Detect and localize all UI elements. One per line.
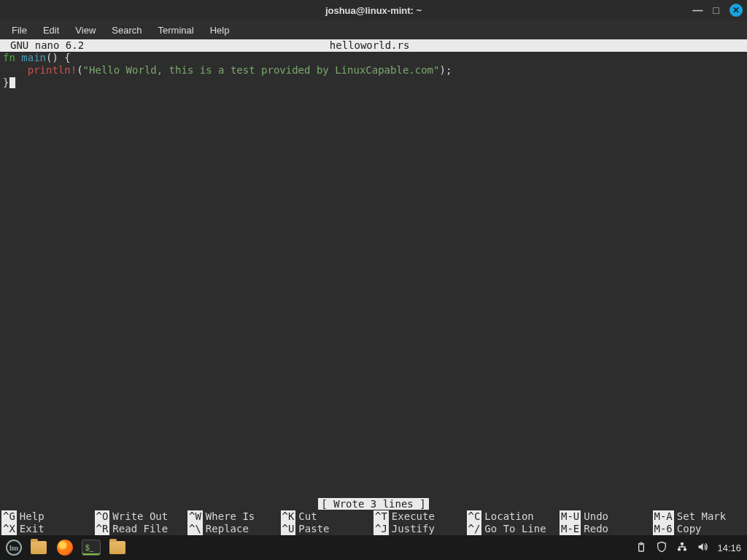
taskbar-firefox-icon[interactable] (55, 540, 74, 556)
nano-shortcut: ^KCut (281, 510, 374, 523)
nano-shortcut-label: Cut (298, 510, 317, 523)
nano-shortcut-key: M-E (560, 523, 581, 535)
nano-status-text: [ Wrote 3 lines ] (318, 498, 428, 510)
taskbar: lm $_ 14:16 (0, 535, 747, 560)
nano-shortcut-key: ^T (374, 510, 389, 523)
svg-rect-2 (684, 548, 686, 551)
menubar: File Edit View Search Terminal Help (0, 20, 747, 39)
nano-shortcut-label: Help (20, 510, 44, 523)
nano-shortcut-key: M-U (560, 510, 581, 523)
nano-shortcut-key: ^R (95, 523, 110, 535)
code-indent (3, 64, 28, 76)
nano-shortcut: M-UUndo (560, 510, 653, 523)
nano-shortcut-label: Go To Line (484, 523, 546, 535)
taskbar-terminal-icon[interactable]: $_ (82, 540, 101, 556)
nano-shortcut: ^RRead File (95, 523, 188, 535)
nano-shortcut-label: Write Out (112, 510, 168, 523)
nano-editor-body[interactable]: fn main() { println!("Hello World, this … (0, 52, 747, 498)
nano-shortcut: ^OWrite Out (95, 510, 188, 523)
nano-shortcut: M-6Copy (653, 523, 746, 535)
nano-shortcut: ^\Replace (187, 523, 281, 535)
window-maximize-button[interactable]: □ (713, 5, 719, 15)
nano-shortcut: M-ASet Mark (653, 510, 746, 523)
nano-shortcut-label: Paste (298, 523, 329, 535)
code-fn-name: main (21, 52, 46, 63)
nano-shortcut-key: ^W (187, 510, 203, 523)
nano-shortcut-label: Undo (584, 510, 608, 523)
code-paren-close: ); (439, 64, 452, 76)
menu-help[interactable]: Help (203, 23, 237, 38)
window-minimize-button[interactable]: — (693, 5, 703, 15)
menu-terminal[interactable]: Terminal (151, 23, 201, 38)
code-close-brace: } (3, 77, 9, 88)
code-string: "Hello World, this is a test provided by… (83, 64, 440, 76)
nano-shortcut-key: ^K (281, 510, 296, 523)
tray-clipboard-icon[interactable] (635, 541, 647, 555)
terminal[interactable]: GNU nano 6.2 helloworld.rs fn main() { p… (0, 39, 747, 535)
nano-shortcut: ^XExit (1, 523, 95, 535)
text-cursor (9, 77, 15, 88)
code-paren-open: ( (77, 64, 82, 76)
code-macro-call: println! (28, 64, 77, 76)
nano-shortcut-label: Exit (20, 523, 44, 535)
nano-shortcut-key: M-A (653, 510, 674, 523)
nano-shortcut-key: M-6 (653, 523, 674, 535)
svg-rect-1 (678, 548, 681, 551)
menu-view[interactable]: View (68, 23, 103, 38)
window-titlebar: joshua@linux-mint: ~ — □ ✕ (0, 0, 747, 20)
menu-file[interactable]: File (4, 23, 34, 38)
tray-volume-icon[interactable] (697, 541, 708, 555)
menu-edit[interactable]: Edit (36, 23, 66, 38)
taskbar-files-icon-2[interactable] (108, 540, 127, 556)
nano-shortcut-label: Copy (677, 523, 702, 535)
nano-shortcut-key: ^X (1, 523, 17, 535)
nano-shortcut-key: ^C (467, 510, 482, 523)
nano-shortcut-key: ^J (374, 523, 389, 535)
nano-shortcut-label: Replace (206, 523, 249, 535)
nano-shortcut-label: Read File (112, 523, 168, 535)
nano-shortcut-label: Set Mark (677, 510, 726, 523)
nano-shortcut: ^/Go To Line (467, 523, 560, 535)
nano-shortcut-key: ^\ (187, 523, 203, 535)
nano-shortcut-label: Redo (584, 523, 608, 535)
svg-rect-0 (681, 542, 684, 545)
menu-search[interactable]: Search (104, 23, 149, 38)
nano-app-version: GNU nano 6.2 (4, 39, 84, 52)
nano-shortcut-key: ^U (281, 523, 296, 535)
window-close-button[interactable]: ✕ (729, 4, 743, 17)
window-title: joshua@linux-mint: ~ (325, 5, 422, 16)
nano-shortcut-key: ^G (1, 510, 17, 523)
code-line1-rest: () { (46, 52, 71, 63)
nano-shortcut-label: Where Is (206, 510, 255, 523)
nano-shortcut: ^JJustify (374, 523, 467, 535)
taskbar-files-icon[interactable] (29, 540, 48, 556)
nano-shortcut-key: ^/ (467, 523, 482, 535)
nano-shortcut: M-ERedo (560, 523, 653, 535)
nano-shortcut-label: Justify (392, 523, 435, 535)
nano-shortcut: ^CLocation (467, 510, 560, 523)
nano-shortcut: ^UPaste (281, 523, 374, 535)
nano-shortcut-label: Location (484, 510, 533, 523)
tray-network-icon[interactable] (676, 541, 688, 555)
nano-filename: helloworld.rs (84, 39, 655, 52)
code-keyword-fn: fn (3, 52, 15, 63)
nano-shortcut-label: Execute (392, 510, 435, 523)
nano-shortcut: ^WWhere Is (187, 510, 281, 523)
mint-menu-button[interactable]: lm (6, 540, 22, 556)
nano-status-line: [ Wrote 3 lines ] (0, 498, 747, 510)
nano-shortcut: ^GHelp (1, 510, 95, 523)
taskbar-clock[interactable]: 14:16 (717, 542, 741, 553)
nano-shortcut-bar: ^GHelp^OWrite Out^WWhere Is^KCut^TExecut… (0, 510, 747, 535)
nano-header: GNU nano 6.2 helloworld.rs (0, 39, 747, 52)
nano-shortcut: ^TExecute (374, 510, 467, 523)
tray-shield-icon[interactable] (656, 541, 667, 555)
nano-shortcut-key: ^O (95, 510, 110, 523)
